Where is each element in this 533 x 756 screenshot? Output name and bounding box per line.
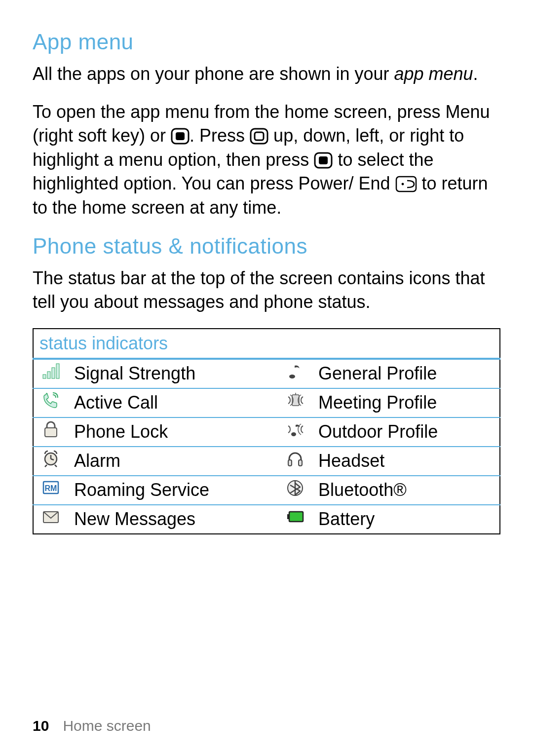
text-fragment: All the apps on your phone are shown in …	[33, 64, 394, 84]
status-label-left: Roaming Service	[69, 476, 278, 505]
signal-icon	[33, 359, 69, 388]
status-label-right: Bluetooth®	[313, 476, 500, 505]
headset-icon	[278, 447, 313, 476]
battery-icon	[278, 505, 313, 534]
outdoor-profile-icon	[278, 417, 313, 447]
power-end-key-icon	[395, 176, 417, 192]
status-label-left: Alarm	[69, 447, 278, 476]
text-fragment: . Press	[190, 125, 250, 146]
phone-status-intro: The status bar at the top of the screen …	[33, 266, 500, 314]
nav-key-icon	[250, 128, 268, 145]
status-indicators-table: status indicators Signal StrengthGeneral…	[33, 328, 500, 534]
status-label-right: Outdoor Profile	[313, 417, 500, 447]
status-label-right: General Profile	[313, 359, 500, 388]
status-label-right: Battery	[313, 505, 500, 534]
envelope-icon	[33, 505, 69, 534]
status-table-body: Signal StrengthGeneral ProfileActive Cal…	[33, 359, 500, 534]
status-label-left: Signal Strength	[69, 359, 278, 388]
manual-page: App menu All the apps on your phone are …	[0, 0, 533, 756]
status-row: New MessagesBattery	[33, 505, 500, 534]
status-label-left: Active Call	[69, 388, 278, 417]
footer-section-name: Home screen	[63, 718, 151, 734]
heading-app-menu: App menu	[33, 30, 500, 54]
app-menu-instructions: To open the app menu from the home scree…	[33, 100, 500, 220]
status-table-header: status indicators	[33, 329, 500, 359]
status-row: AlarmHeadset	[33, 447, 500, 476]
text-italic: app menu	[394, 64, 473, 84]
center-key-icon	[171, 128, 190, 145]
status-row: Phone LockOutdoor Profile	[33, 417, 500, 447]
status-label-left: Phone Lock	[69, 417, 278, 447]
heading-phone-status: Phone status & notifications	[33, 234, 500, 259]
status-row: Roaming ServiceBluetooth®	[33, 476, 500, 505]
active-call-icon	[33, 388, 69, 417]
alarm-icon	[33, 447, 69, 476]
roaming-icon	[33, 476, 69, 505]
status-row: Signal StrengthGeneral Profile	[33, 359, 500, 388]
music-note-icon	[278, 359, 313, 388]
page-footer: 10Home screen	[33, 718, 151, 734]
lock-icon	[33, 417, 69, 447]
meeting-profile-icon	[278, 388, 313, 417]
status-row: Active CallMeeting Profile	[33, 388, 500, 417]
page-number: 10	[33, 718, 49, 734]
status-label-left: New Messages	[69, 505, 278, 534]
status-label-right: Meeting Profile	[313, 388, 500, 417]
bluetooth-icon	[278, 476, 313, 505]
text-fragment: .	[473, 64, 478, 84]
app-menu-intro: All the apps on your phone are shown in …	[33, 62, 500, 86]
status-label-right: Headset	[313, 447, 500, 476]
center-key-icon	[314, 152, 333, 169]
